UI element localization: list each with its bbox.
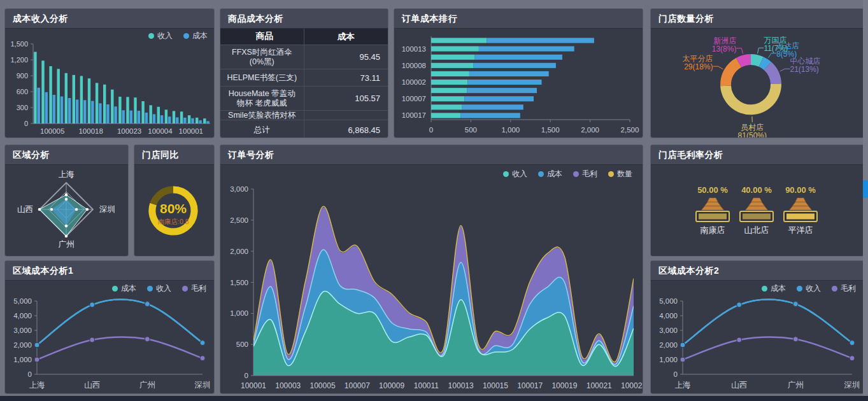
region-radar-chart[interactable]: 上海深圳广州山西 [5, 165, 128, 256]
store-count-donut-chart[interactable]: 万国店11(7%)万达店8(5%)中心城店21(13%)员村店81(50%)太平… [651, 29, 864, 137]
order-area-chart[interactable]: 05001,0001,5002,0002,5003,00010000110000… [220, 165, 643, 393]
legend-item[interactable]: 成本 [538, 169, 562, 179]
panel-title-text: 区域成本分析1 [13, 265, 73, 276]
svg-text:2,500: 2,500 [230, 216, 248, 224]
chart-svg: 50.00 %南康店40.00 %山北店90.00 %平洋店 [651, 165, 864, 256]
svg-text:100004: 100004 [148, 127, 173, 135]
svg-text:0: 0 [245, 372, 248, 379]
svg-text:1,000: 1,000 [13, 356, 32, 363]
svg-text:3,000: 3,000 [230, 185, 248, 193]
legend-item[interactable]: 收入 [503, 169, 527, 179]
svg-text:广州: 广州 [59, 240, 75, 249]
store-yoy-gauge-chart[interactable]: 80%南康店:0.8 [134, 165, 214, 256]
legend-label: 收入 [512, 169, 527, 179]
vertical-scrollbar-track[interactable] [863, 0, 868, 401]
legend-item[interactable]: 成本 [762, 283, 786, 294]
svg-text:100018: 100018 [78, 127, 103, 135]
panel-title-text: 区域成本分析2 [658, 265, 719, 276]
cost-income-bar-chart[interactable]: 03006009001,2001,50010000510001810002310… [5, 29, 214, 137]
table-cell-product: 总计 [220, 120, 304, 137]
panel-title-order-area: 订单号分析 [220, 145, 643, 165]
svg-text:深圳: 深圳 [99, 205, 115, 214]
svg-text:4,000: 4,000 [659, 312, 678, 320]
legend-label: 数量 [617, 169, 632, 179]
store-margin-chart[interactable]: 50.00 %南康店40.00 %山北店90.00 %平洋店 [651, 165, 864, 256]
svg-text:100023: 100023 [621, 381, 643, 390]
svg-text:新洲店13(8%): 新洲店13(8%) [712, 36, 737, 53]
panel-order-cost-rank: 订单成本排行 05001,0001,5002,0002,500100013100… [394, 9, 643, 137]
svg-text:1,200: 1,200 [10, 56, 28, 64]
legend-item[interactable]: 收入 [797, 283, 821, 294]
store-yoy-body: 80%南康店:0.8 [134, 165, 214, 256]
table-row: FFXS时尚红酒伞(0%黑) 95.45 [220, 45, 388, 69]
legend-label: 收入 [157, 31, 173, 41]
legend-item[interactable]: 毛利 [573, 169, 597, 179]
svg-text:900: 900 [17, 72, 28, 80]
panel-title-region-cost-2: 区域成本分析2 [651, 261, 864, 281]
vertical-scrollbar-thumb[interactable] [863, 180, 868, 198]
panel-store-yoy: 门店同比 80%南康店:0.8 [134, 145, 214, 256]
legend-label: 成本 [771, 283, 786, 294]
panel-title-text: 商品成本分析 [228, 13, 283, 24]
legend-dot [797, 286, 802, 292]
svg-text:100001: 100001 [241, 381, 266, 390]
svg-text:100005: 100005 [310, 381, 336, 390]
legend-item[interactable]: 毛利 [832, 283, 856, 294]
svg-text:1,000: 1,000 [501, 126, 520, 134]
panel-region-cost-1: 区域成本分析1 成本收入毛利 01,0002,0003,0004,0005,00… [5, 261, 214, 393]
region-cost-2-chart[interactable]: 01,0002,0003,0004,0005,000上海山西广州深圳 [651, 281, 864, 393]
table-header-product: 商品 [220, 29, 304, 45]
legend-label: 毛利 [841, 283, 856, 294]
panel-title-text: 门店数量分析 [658, 13, 714, 24]
svg-text:太平分店29(18%): 太平分店29(18%) [683, 54, 713, 71]
legend-dot [538, 171, 544, 177]
chart-svg: 万国店11(7%)万达店8(5%)中心城店21(13%)员村店81(50%)太平… [651, 29, 864, 137]
legend-dot [503, 171, 509, 177]
legend-item[interactable]: 收入 [148, 31, 173, 41]
legend-label: 毛利 [582, 169, 597, 179]
svg-text:100009: 100009 [379, 381, 404, 390]
panel-title-text: 成本收入分析 [13, 13, 68, 24]
chart-svg: 80%南康店:0.8 [134, 165, 214, 256]
legend-item[interactable]: 收入 [147, 283, 171, 294]
svg-text:广州: 广州 [788, 381, 804, 390]
svg-text:100023: 100023 [117, 127, 141, 135]
order-cost-rank-chart[interactable]: 05001,0001,5002,0002,5001000131000081000… [394, 29, 643, 137]
legend-item[interactable]: 数量 [608, 169, 632, 179]
legend-label: 成本 [121, 283, 136, 294]
legend-item[interactable]: 成本 [183, 31, 208, 41]
svg-text:上海: 上海 [675, 381, 692, 390]
svg-text:100001: 100001 [179, 127, 203, 135]
svg-text:山西: 山西 [84, 381, 100, 390]
panel-title-text: 门店同比 [142, 150, 179, 160]
chart-svg: 05001,0001,5002,0002,5003,00010000110000… [220, 165, 643, 393]
panel-title-text: 门店毛利率分析 [658, 150, 723, 160]
horizontal-scrollbar[interactable] [0, 396, 868, 401]
legend-item[interactable]: 成本 [112, 283, 136, 294]
legend-dot [147, 286, 153, 292]
legend-label: 收入 [156, 283, 171, 294]
panel-title-region-radar: 区域分析 [5, 145, 128, 165]
svg-text:中心城店21(13%): 中心城店21(13%) [790, 57, 821, 74]
svg-text:1,000: 1,000 [659, 356, 678, 363]
svg-text:山西: 山西 [17, 205, 33, 214]
legend-item[interactable]: 毛利 [182, 283, 206, 294]
legend-label: 成本 [192, 31, 208, 41]
store-count-body: 万国店11(7%)万达店8(5%)中心城店21(13%)员村店81(50%)太平… [651, 29, 864, 137]
region-cost-1-chart[interactable]: 01,0002,0003,0004,0005,000上海山西广州深圳 [5, 281, 214, 393]
chart-svg: 上海深圳广州山西 [5, 165, 128, 256]
panel-store-count: 门店数量分析 万国店11(7%)万达店8(5%)中心城店21(13%)员村店81… [651, 9, 864, 137]
svg-text:100013: 100013 [402, 45, 426, 53]
svg-text:2,000: 2,000 [230, 248, 248, 255]
legend-dot [573, 171, 579, 177]
svg-text:2,500: 2,500 [621, 126, 639, 134]
cost-income-legend: 收入成本 [148, 31, 208, 41]
svg-text:万达店8(5%): 万达店8(5%) [776, 41, 799, 59]
svg-text:员村店81(50%): 员村店81(50%) [738, 123, 767, 137]
table-header-cost: 成本 [304, 29, 388, 45]
svg-text:南康店: 南康店 [701, 225, 725, 235]
order-area-body: 收入成本毛利数量 05001,0001,5002,0002,5003,00010… [220, 165, 643, 393]
panel-title-store-count: 门店数量分析 [651, 9, 864, 29]
svg-text:100005: 100005 [40, 127, 64, 135]
legend-dot [182, 286, 188, 292]
